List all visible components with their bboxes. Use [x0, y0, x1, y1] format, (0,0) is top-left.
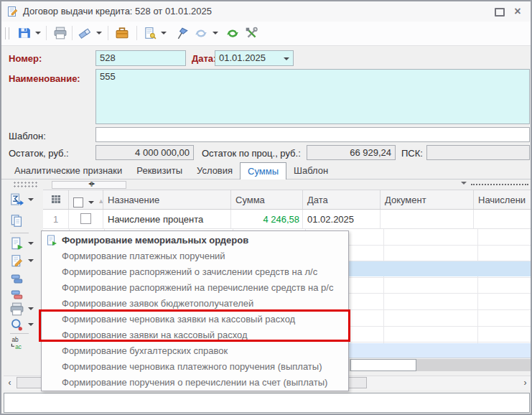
tab-template[interactable]: Шаблон	[286, 163, 335, 179]
maximize-button[interactable]	[495, 8, 505, 17]
date-label: Дата:	[192, 53, 216, 64]
document-access-dropdown[interactable]	[161, 32, 167, 37]
number-field[interactable]: 528	[95, 50, 186, 66]
pin-button[interactable]	[175, 26, 190, 40]
grid-hscrollbar-thumb[interactable]	[350, 359, 416, 371]
print-grid-dropdown[interactable]	[28, 307, 34, 313]
template-field[interactable]	[95, 127, 530, 142]
col-header-sum[interactable]: Сумма	[231, 190, 303, 209]
grid-corner-cell[interactable]	[43, 190, 69, 209]
sort-indicator-icon[interactable]: ▲	[98, 197, 103, 205]
tab-requisites[interactable]: Реквизиты	[129, 163, 190, 179]
copy-button[interactable]	[10, 214, 24, 228]
band-dropdown-icon[interactable]	[461, 182, 467, 187]
cell-document[interactable]	[381, 210, 474, 228]
tab-conditions[interactable]: Условия	[190, 163, 240, 179]
menu-item-transfer-to-account-payout[interactable]: Формирование поручения о перечислении на…	[42, 375, 348, 391]
replace-ab-ac-icon: ab ac	[10, 336, 24, 350]
window-title: Договор выдачи кредита: 528 от 01.01.202…	[23, 1, 212, 22]
col-header-name[interactable]: Назначение	[103, 190, 231, 209]
menu-item-draft-payment-order-payout[interactable]: Формирование черновика платежного поруче…	[42, 359, 348, 375]
name-field[interactable]: 555	[95, 69, 530, 124]
copy-icon	[10, 214, 24, 228]
menu-item-memorial-orders[interactable]: Формирование мемориальных ордеров	[42, 233, 348, 248]
toolbar-separator	[108, 26, 108, 40]
cell-name[interactable]: Начисление процента	[103, 210, 231, 228]
menu-item-credit-orders-ls[interactable]: Формирование распоряжений о зачислении с…	[42, 264, 348, 280]
select-all-header[interactable]: ▲	[69, 190, 103, 209]
refresh-button[interactable]	[225, 26, 240, 40]
balance-label: Остаток, руб.:	[9, 148, 69, 159]
toolbar-separator	[10, 333, 29, 334]
clear-dropdown[interactable]	[96, 32, 102, 37]
export-sum-icon	[10, 193, 24, 207]
date-field[interactable]: 01.01.2025	[215, 50, 294, 66]
col-header-accrual[interactable]: Начислени	[474, 190, 527, 209]
column-splitter-bar[interactable]: ◂||▸	[52, 181, 126, 189]
print-icon	[54, 27, 67, 39]
save-dropdown[interactable]	[35, 32, 41, 37]
cell-accrual[interactable]	[474, 210, 527, 228]
generate-documents-button[interactable]	[10, 237, 24, 251]
print-grid-button[interactable]	[10, 302, 24, 317]
export-sum-button[interactable]	[10, 193, 24, 208]
date-value: 01.01.2025	[219, 52, 266, 63]
status-bar	[4, 393, 530, 413]
find-dropdown[interactable]	[28, 323, 34, 329]
row-number: 1	[43, 210, 69, 228]
export-dropdown[interactable]	[28, 198, 34, 204]
magnifier-icon	[10, 318, 24, 332]
col-header-date[interactable]: Дата	[303, 190, 381, 209]
replace-button[interactable]: ab ac	[10, 336, 24, 350]
table-row[interactable]: 1 Начисление процента 4 246,58 01.02.202…	[43, 210, 531, 229]
cell-sum[interactable]: 4 246,58	[231, 210, 303, 228]
eraser-icon	[78, 27, 91, 39]
splitter-handle-icon[interactable]: ◂||▸	[88, 180, 94, 187]
document-green-arrow-icon	[46, 235, 57, 246]
print-icon	[10, 302, 24, 316]
generate-dropdown[interactable]	[28, 242, 34, 248]
date-dropdown-icon[interactable]	[284, 57, 289, 63]
main-toolbar	[1, 22, 531, 46]
menu-item-accounting-certificates[interactable]: Формирование бухгалтерских справок	[42, 343, 348, 359]
credit-agreement-window: Договор выдачи кредита: 528 от 01.01.202…	[0, 0, 532, 415]
psk-label: ПСК:	[401, 148, 423, 159]
related-dropdown[interactable]	[213, 32, 218, 37]
grid-icon	[51, 195, 61, 205]
column-line	[383, 229, 384, 343]
save-button[interactable]	[17, 26, 32, 40]
checkbox-dropdown-icon[interactable]	[88, 201, 94, 207]
name-label: Наименование:	[9, 73, 80, 84]
document-edit-icon	[10, 254, 24, 268]
scroll-right-icon[interactable]: ›	[519, 376, 531, 390]
tab-sums[interactable]: Суммы	[240, 162, 286, 179]
edit-dropdown[interactable]	[28, 259, 34, 265]
band-grip-dots[interactable]	[13, 181, 37, 189]
menu-item-transfer-orders-rs[interactable]: Формирование распоряжений на перечислени…	[42, 280, 348, 296]
settings-button[interactable]	[244, 26, 258, 40]
template-label: Шаблон:	[9, 131, 46, 141]
document-access-button[interactable]	[143, 26, 157, 40]
close-button[interactable]: ×	[512, 4, 523, 19]
document-key-icon	[144, 27, 157, 39]
number-label: Номер:	[9, 53, 42, 64]
find-button[interactable]	[10, 318, 24, 332]
remove-row-button[interactable]	[10, 288, 24, 302]
cell-date[interactable]: 01.02.2025	[303, 210, 381, 228]
col-header-document[interactable]: Документ	[381, 190, 474, 209]
select-all-checkbox[interactable]	[73, 197, 83, 208]
print-button[interactable]	[53, 26, 67, 40]
document-green-arrow-icon	[10, 237, 24, 251]
scroll-left-icon[interactable]: ‹	[4, 376, 16, 390]
menu-item-payment-orders[interactable]: Формирование платежных поручений	[42, 248, 348, 264]
add-row-button[interactable]	[10, 272, 24, 286]
psk-field	[426, 145, 530, 160]
related-button[interactable]	[194, 26, 208, 40]
row-checkbox[interactable]	[80, 213, 91, 224]
clear-button[interactable]	[78, 26, 92, 40]
briefcase-button[interactable]	[115, 26, 129, 40]
toolbar-grip[interactable]	[5, 27, 9, 39]
edit-button[interactable]	[10, 254, 24, 269]
toolbar-separator	[72, 26, 73, 40]
tab-analytical[interactable]: Аналитические признаки	[7, 163, 129, 179]
